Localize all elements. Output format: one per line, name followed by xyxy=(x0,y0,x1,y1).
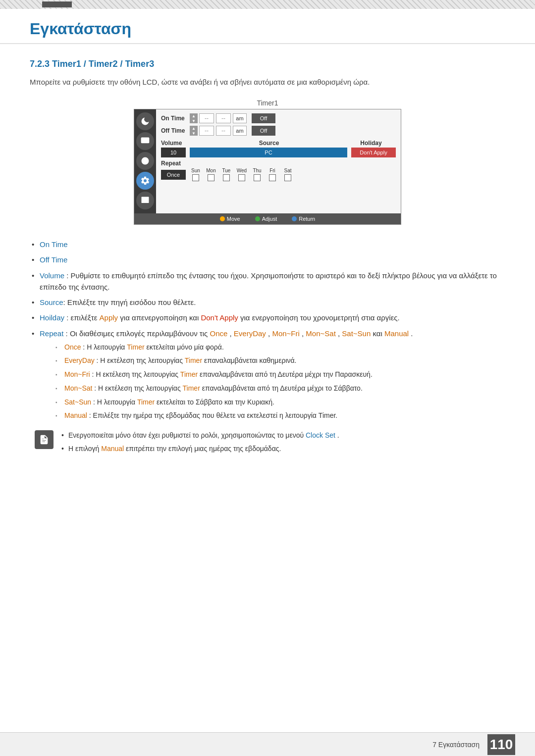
sub-once-timer: Timer xyxy=(127,343,144,351)
page-footer: 7 Εγκατάσταση 110 xyxy=(0,732,535,756)
page-header: Εγκατάσταση xyxy=(0,9,535,44)
note-bullets: Ενεργοποιείται μόνο όταν έχει ρυθμιστεί … xyxy=(59,430,505,454)
repeat-section: Repeat Once Sun Mon xyxy=(161,160,396,181)
off-time-ampm[interactable]: am xyxy=(233,126,247,136)
holiday-value[interactable]: Don't Apply xyxy=(351,148,396,157)
nav-move-dot xyxy=(220,216,225,221)
on-time-arrows[interactable]: ▲ ▼ xyxy=(190,113,198,123)
note-item-1: Ενεργοποιείται μόνο όταν έχει ρυθμιστεί … xyxy=(59,430,505,441)
sub-monfri: Mon~Fri : Η εκτέλεση της λειτουργίας Tim… xyxy=(54,369,505,380)
sub-monsat-timer: Timer xyxy=(183,384,200,392)
main-bullet-list: On Time Off Time Volume : Ρυθμίστε το επ… xyxy=(30,239,505,421)
bullet-volume: Volume : Ρυθμίστε το επιθυμητό επίπεδο τ… xyxy=(30,270,505,293)
day-sun-checkbox[interactable] xyxy=(192,174,199,181)
off-time-hour[interactable]: -- xyxy=(199,126,214,136)
sub-everyday-text: : Η εκτέλεση της λειτουργίας xyxy=(95,356,185,364)
sub-monfri-timer: Timer xyxy=(180,370,198,378)
on-time-label: On Time xyxy=(161,115,190,122)
holiday-text2: για ενεργοποίηση του χρονομετρητή στια α… xyxy=(238,313,400,322)
timer-box: On Time ▲ ▼ -- -- am Off xyxy=(134,109,401,225)
svg-rect-3 xyxy=(142,197,149,203)
repeat-link: Repeat xyxy=(40,329,63,338)
holiday-text1: για απενεργοποίηση και xyxy=(118,313,201,322)
timer-sidebar xyxy=(134,109,156,213)
off-time-off-btn[interactable]: Off xyxy=(252,126,275,136)
sub-monsat: Mon~Sat : Η εκτέλεση της λειτουργίας Tim… xyxy=(54,383,505,394)
note-content: Ενεργοποιείται μόνο όταν έχει ρυθμιστεί … xyxy=(59,430,505,456)
page-title: Εγκατάσταση xyxy=(30,20,505,38)
volume-label: Volume xyxy=(161,138,192,147)
off-time-up-arrow[interactable]: ▲ xyxy=(190,126,198,131)
svg-rect-0 xyxy=(141,138,150,144)
off-time-dashes: -- -- am Off xyxy=(199,126,275,136)
days-row: Sun Mon Tue xyxy=(189,168,396,181)
day-sat-checkbox[interactable] xyxy=(284,174,291,181)
off-time-row: Off Time ▲ ▼ -- -- am Off xyxy=(161,126,396,136)
off-time-min[interactable]: -- xyxy=(216,126,231,136)
source-desc-text: : Επιλέξτε την πηγή εισόδου που θέλετε. xyxy=(63,298,196,306)
source-label: Source xyxy=(192,138,346,147)
bullet-off-time: Off Time xyxy=(30,254,505,265)
repeat-comma3: , xyxy=(300,329,306,338)
main-content: 7.2.3 Timer1 / Timer2 / Timer3 Μπορείτε … xyxy=(0,44,535,496)
nav-return: Return xyxy=(292,216,315,222)
note2-end: επιτρέπει την επιλογή μιας ημέρας της εβ… xyxy=(124,445,281,453)
sub-once: Once : Η λειτουργία Timer εκτελείται μόν… xyxy=(54,342,505,353)
note2-start: Η επιλογή xyxy=(68,445,101,453)
note1-text: Ενεργοποιείται μόνο όταν έχει ρυθμιστεί … xyxy=(68,431,306,439)
dont-apply-text: Don't Apply xyxy=(201,313,238,322)
vsh-values-row: 10 PC Don't Apply xyxy=(161,148,396,157)
on-time-down-arrow[interactable]: ▼ xyxy=(190,118,198,123)
sub-monsat-label: Mon~Sat xyxy=(64,384,92,392)
nav-return-dot xyxy=(292,216,297,221)
on-time-hour[interactable]: -- xyxy=(199,113,214,123)
repeat-everyday-ref: EveryDay xyxy=(234,329,266,338)
day-wed: Wed xyxy=(235,168,249,181)
nav-adjust: Adjust xyxy=(255,216,277,222)
day-wed-checkbox[interactable] xyxy=(238,174,245,181)
sidebar-icon-image xyxy=(136,192,154,209)
off-time-down-arrow[interactable]: ▼ xyxy=(190,131,198,136)
volume-value[interactable]: 10 xyxy=(161,148,186,157)
on-time-off-btn[interactable]: Off xyxy=(252,113,275,123)
top-bar-accent xyxy=(42,1,72,7)
day-tue-checkbox[interactable] xyxy=(223,174,230,181)
repeat-intro: : Οι διαθέσιμες επιλογές περιλαμβάνουν τ… xyxy=(63,329,210,338)
off-time-link: Off Time xyxy=(40,255,67,264)
sub-monfri-label: Mon~Fri xyxy=(64,370,90,378)
volume-link: Volume xyxy=(40,271,64,280)
off-time-label: Off Time xyxy=(161,127,190,134)
repeat-satsun-ref: Sat~Sun xyxy=(342,329,371,338)
footer-page-number: 110 xyxy=(487,734,515,755)
note-box: Ενεργοποιείται μόνο όταν έχει ρυθμιστεί … xyxy=(30,430,505,456)
repeat-manual-ref: Manual xyxy=(384,329,409,338)
sub-everyday-label: EveryDay xyxy=(64,356,95,364)
repeat-end: . xyxy=(409,329,413,338)
top-decorative-bar xyxy=(0,0,535,9)
sub-monfri-text: : Η εκτέλεση της λειτουργίας xyxy=(90,370,180,378)
sub-manual: Manual : Επιλέξτε την ημέρα της εβδομάδα… xyxy=(54,410,505,421)
vsh-labels-row: Volume Source Holiday xyxy=(161,138,396,147)
on-time-ampm[interactable]: am xyxy=(233,113,247,123)
sub-once-text: : Η λειτουργία xyxy=(81,343,127,351)
bullet-repeat: Repeat : Οι διαθέσιμες επιλογές περιλαμβ… xyxy=(30,328,505,421)
holiday-desc-text: : επιλέξτε xyxy=(64,313,100,322)
day-fri: Fri xyxy=(266,168,279,181)
sub-manual-label: Manual xyxy=(64,411,87,419)
repeat-value[interactable]: Once xyxy=(161,170,186,180)
source-value[interactable]: PC xyxy=(190,148,347,157)
sub-manual-text: : Επιλέξτε την ημέρα της εβδομάδας που θ… xyxy=(87,411,337,419)
on-time-link: On Time xyxy=(40,240,68,249)
note-icon xyxy=(35,430,54,449)
on-time-up-arrow[interactable]: ▲ xyxy=(190,113,198,118)
repeat-and: και xyxy=(371,329,384,338)
day-mon-checkbox[interactable] xyxy=(208,174,214,181)
sub-satsun-timer: Timer xyxy=(137,398,155,406)
repeat-row: Once Sun Mon xyxy=(161,168,396,181)
sub-satsun-label: Sat~Sun xyxy=(64,398,91,406)
off-time-arrows[interactable]: ▲ ▼ xyxy=(190,126,198,136)
on-time-min[interactable]: -- xyxy=(216,113,231,123)
day-thu-checkbox[interactable] xyxy=(254,174,261,181)
timer-inner: On Time ▲ ▼ -- -- am Off xyxy=(134,109,401,213)
day-fri-checkbox[interactable] xyxy=(269,174,276,181)
